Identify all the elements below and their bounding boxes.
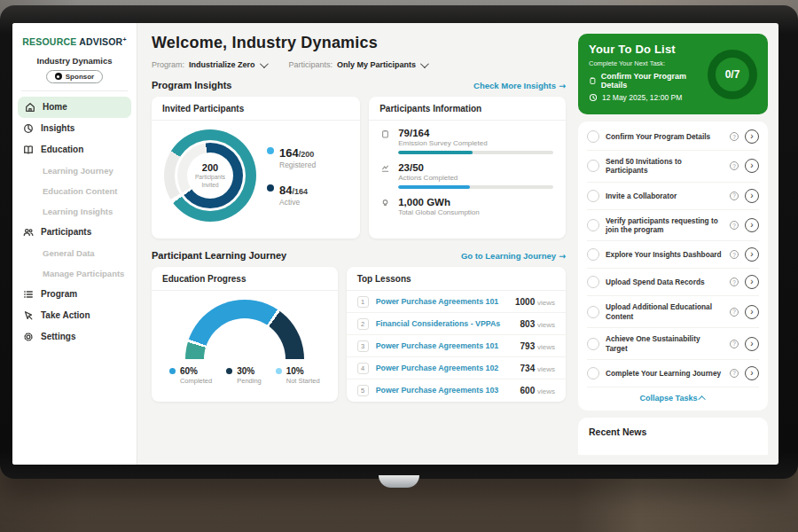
todo-progress-ring: 0/7 xyxy=(708,50,757,99)
invited-participants-title: Invited Participants xyxy=(152,97,360,121)
todo-title: Your To Do List xyxy=(589,43,700,56)
learning-journey-head: Participant Learning Journey Go to Learn… xyxy=(152,250,566,261)
todo-checkbox[interactable] xyxy=(587,306,599,318)
education-progress-title: Education Progress xyxy=(152,267,338,291)
participants-filter[interactable]: Participants: Only My Participants xyxy=(289,60,427,69)
lesson-link[interactable]: Financial Considerations - VPPAs xyxy=(376,319,513,328)
sponsor-icon xyxy=(55,73,62,80)
todo-checkbox[interactable] xyxy=(587,190,599,202)
help-icon[interactable]: ? xyxy=(730,221,739,230)
sidebar-item-settings[interactable]: Settings xyxy=(12,326,137,348)
photo-background: RESOURCE ADVISOR+ Industry Dynamics Spon… xyxy=(0,0,798,532)
lesson-row: 5 Power Purchase Agreements 103 600 view… xyxy=(347,379,566,401)
home-icon xyxy=(25,102,35,113)
chevron-right-button[interactable]: › xyxy=(745,275,759,289)
help-icon[interactable]: ? xyxy=(730,192,739,200)
chevron-right-button[interactable]: › xyxy=(745,247,759,262)
monitor-bezel: RESOURCE ADVISOR+ Industry Dynamics Spon… xyxy=(0,5,798,479)
top-lessons-title: Top Lessons xyxy=(347,267,566,291)
chevron-right-button[interactable]: › xyxy=(745,218,759,232)
legend-not-started: 10%Not Started xyxy=(276,366,320,385)
sidebar-item-education[interactable]: Education xyxy=(12,139,137,160)
help-icon[interactable]: ? xyxy=(730,369,739,378)
lesson-link[interactable]: Power Purchase Agreements 102 xyxy=(376,364,513,372)
help-icon[interactable]: ? xyxy=(730,250,739,259)
help-icon[interactable]: ? xyxy=(730,161,739,170)
clock-icon xyxy=(589,93,598,102)
legend-active: 84/164 Active xyxy=(267,182,316,207)
legend-pending: 30%Pending xyxy=(226,366,262,385)
chevron-right-button[interactable]: › xyxy=(745,129,759,144)
arrow-right-icon: → xyxy=(559,81,566,90)
sidebar-item-take-action[interactable]: Take Action xyxy=(12,305,137,326)
sponsor-badge: Sponsor xyxy=(46,70,103,83)
lesson-row: 2 Financial Considerations - VPPAs 803 v… xyxy=(347,313,566,335)
learning-journey-title: Participant Learning Journey xyxy=(152,250,286,261)
help-icon[interactable]: ? xyxy=(730,340,739,348)
gear-icon xyxy=(23,332,34,342)
help-icon[interactable]: ? xyxy=(730,278,739,286)
lesson-link[interactable]: Power Purchase Agreements 101 xyxy=(376,297,508,306)
todo-subtitle: Complete Your Next Task: xyxy=(589,59,700,67)
people-icon xyxy=(23,227,34,238)
program-filter[interactable]: Program: Industrialize Zero xyxy=(152,60,266,69)
todo-column: Your To Do List Complete Your Next Task:… xyxy=(578,23,778,465)
todo-item: Achieve One Sustainability Target ? › xyxy=(587,328,759,360)
help-icon[interactable]: ? xyxy=(730,132,739,141)
todo-checkbox[interactable] xyxy=(587,276,599,288)
sidebar-item-learning-journey[interactable]: Learning Journey xyxy=(12,160,137,181)
take-action-icon xyxy=(23,310,34,321)
top-lessons-card: Top Lessons 1 Power Purchase Agreements … xyxy=(347,267,566,402)
chevron-right-button[interactable]: › xyxy=(745,366,759,380)
todo-item: Upload Additional Educational Content ? … xyxy=(587,296,759,328)
chevron-right-button[interactable]: › xyxy=(745,305,759,319)
recent-news-title: Recent News xyxy=(589,426,757,437)
sidebar-item-manage-participants[interactable]: Manage Participants xyxy=(12,263,137,284)
todo-checkbox[interactable] xyxy=(587,219,599,231)
lesson-link[interactable]: Power Purchase Agreements 103 xyxy=(376,386,513,395)
participants-information-title: Participants Information xyxy=(369,97,566,121)
program-insights-head: Program Insights Check More Insights→ xyxy=(152,80,566,90)
dashboard-screen: RESOURCE ADVISOR+ Industry Dynamics Spon… xyxy=(12,23,778,465)
sidebar-item-general-data[interactable]: General Data xyxy=(12,243,137,263)
sidebar-item-insights[interactable]: Insights xyxy=(12,118,137,139)
insights-pie-icon xyxy=(23,123,34,134)
clipboard-icon xyxy=(589,76,597,85)
sidebar-item-education-content[interactable]: Education Content xyxy=(12,181,137,201)
actions-icon xyxy=(379,162,391,173)
chevron-right-button[interactable]: › xyxy=(745,159,759,173)
app-logo[interactable]: RESOURCE ADVISOR+ xyxy=(12,32,137,54)
todo-datetime: 12 May 2025, 12:00 PM xyxy=(589,93,700,102)
invited-donut-chart: 200 Participants Invited xyxy=(164,129,256,222)
check-more-insights-link[interactable]: Check More Insights→ xyxy=(473,81,566,90)
sidebar-item-learning-insights[interactable]: Learning Insights xyxy=(12,201,137,222)
todo-checkbox[interactable] xyxy=(587,248,599,261)
todo-item: Send 50 Invitations to Participants ? › xyxy=(587,151,759,183)
todo-item: Upload Spend Data Records ? › xyxy=(587,269,759,296)
program-insights-title: Program Insights xyxy=(152,80,231,90)
sidebar-item-participants[interactable]: Participants xyxy=(12,222,137,243)
chevron-right-button[interactable]: › xyxy=(745,337,759,351)
book-icon xyxy=(23,145,34,155)
education-progress-card: Education Progress 150 Participants xyxy=(152,267,338,402)
todo-item: Explore Your Insights Dashboard ? › xyxy=(587,241,759,269)
collapse-tasks-link[interactable]: Collapse Tasks xyxy=(587,387,759,405)
todo-checkbox[interactable] xyxy=(587,160,599,172)
todo-checkbox[interactable] xyxy=(587,130,599,143)
arrow-right-icon: → xyxy=(559,251,566,261)
todo-item: Complete Your Learning Journey ? › xyxy=(587,360,759,387)
chevron-right-button[interactable]: › xyxy=(745,189,759,203)
todo-checkbox[interactable] xyxy=(587,367,599,379)
sidebar-item-program[interactable]: Program xyxy=(12,284,137,305)
go-to-learning-journey-link[interactable]: Go to Learning Journey→ xyxy=(461,251,566,261)
help-icon[interactable]: ? xyxy=(730,308,739,317)
legend-dot-active xyxy=(267,184,274,192)
todo-item: Verify participants requesting to join t… xyxy=(587,210,759,242)
todo-checkbox[interactable] xyxy=(587,338,599,350)
lesson-row: 4 Power Purchase Agreements 102 734 view… xyxy=(347,357,566,379)
lesson-link[interactable]: Power Purchase Agreements 101 xyxy=(376,341,513,350)
legend-registered: 164/200 Registered xyxy=(267,145,316,169)
lesson-row: 1 Power Purchase Agreements 101 1000 vie… xyxy=(347,291,566,313)
sidebar-item-home[interactable]: Home xyxy=(18,97,131,118)
sidebar-divider xyxy=(21,90,128,91)
